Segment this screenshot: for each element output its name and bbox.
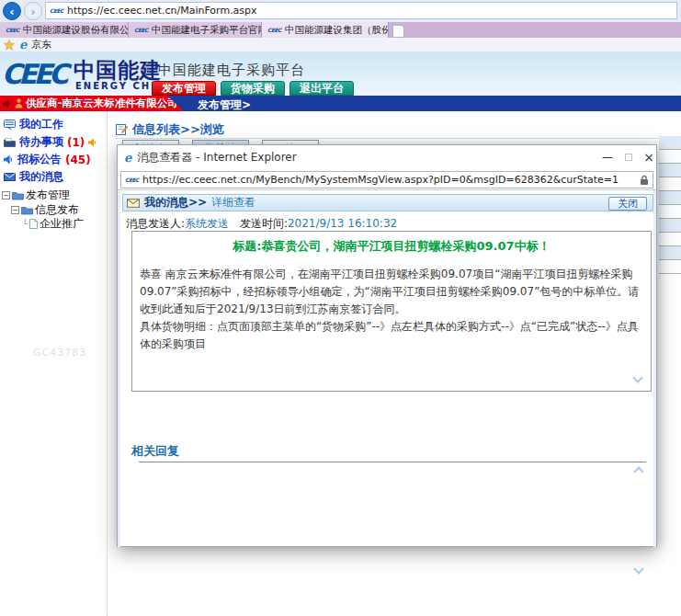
platform-title: 中国能建电子采购平台	[158, 62, 305, 79]
ceec-favicon: CEEC	[125, 177, 139, 183]
monitor-icon	[4, 120, 16, 130]
message-paragraph-1: 恭喜 南京云来标准件有限公司，在湖南平江项目扭剪螺栓采购09.07项目“湖南平江…	[140, 266, 641, 318]
section-header: 信息列表>>浏览	[116, 120, 676, 139]
browser-tab-3-active[interactable]: CEEC 中国能源建设集团（股份）... ×	[262, 22, 389, 38]
site-header: CEEC 中国能建 ENERGY CHINA 中国能建电子采购平台 发布管理 货…	[0, 52, 681, 96]
reply-divider	[139, 462, 646, 462]
popup-window-title: 消息查看器 - Internet Explorer	[137, 150, 296, 165]
tree-branch-line: └	[22, 219, 28, 229]
ie-icon: e	[124, 151, 131, 165]
sidebar-item-bid-notice[interactable]: 招标公告(45)	[4, 152, 91, 167]
person-icon	[15, 98, 23, 108]
lock-icon	[640, 175, 649, 186]
speaker-icon	[3, 99, 12, 108]
screen: ‹ › CEEC https://ec.ceec.net.cn/MainForm…	[0, 0, 681, 616]
chevron-up-icon[interactable]	[633, 466, 643, 476]
sender-value: 系统发送	[185, 217, 229, 230]
watermark-text: GC43783	[33, 347, 86, 359]
maximize-button[interactable]	[622, 151, 635, 164]
message-viewer-window: e 消息查看器 - Internet Explorer — × CEEC htt…	[117, 144, 657, 547]
bid-notice-count: (45)	[65, 154, 91, 166]
message-box: 标题:恭喜贵公司，湖南平江项目扭剪螺栓采购09.07中标！ 恭喜 南京云来标准件…	[131, 231, 652, 392]
tree-node-label: 发布管理	[26, 188, 70, 203]
page-icon	[29, 219, 38, 229]
nav-tab-publish[interactable]: 发布管理	[152, 81, 216, 96]
breadcrumb-bar: 供应商-南京云来标准件有限公司 发布管理>	[0, 96, 681, 111]
tree-expand-icon[interactable]: −	[11, 206, 19, 214]
speaker-icon	[88, 138, 97, 147]
envelope-icon	[127, 199, 140, 208]
folder-tasks-icon	[4, 138, 16, 147]
browser-tab-label: 中国能源建设集团（股份）...	[285, 24, 389, 37]
sidebar-item-my-messages[interactable]: 我的消息	[4, 169, 63, 185]
ceec-favicon: CEEC	[267, 27, 281, 33]
supplier-name: 供应商-南京云来标准件有限公司	[26, 97, 178, 110]
browser-tab-1[interactable]: CEEC 中国能源建设股份有限公司	[0, 22, 129, 38]
ceec-logo: CEEC	[2, 58, 65, 90]
favorites-star-icon[interactable]	[4, 40, 15, 51]
nav-tab-exit[interactable]: 退出平台	[289, 81, 354, 96]
minimize-button[interactable]: —	[601, 151, 614, 164]
main-nav-tabs: 发布管理 货物采购 退出平台	[152, 81, 354, 96]
message-header-strip: 我的消息>> 详细查看 关闭	[122, 194, 653, 211]
speaker-icon	[4, 154, 14, 165]
tree-node-publish[interactable]: − 发布管理	[2, 188, 70, 203]
popup-address-bar[interactable]: CEEC https://ec.ceec.net.cn/MyBench/MySy…	[120, 171, 653, 188]
list-edit-icon	[116, 123, 128, 135]
reply-section-title: 相关回复	[131, 443, 179, 460]
popup-breadcrumb-left: 我的消息>>	[144, 195, 207, 211]
close-window-button[interactable]: ×	[642, 151, 655, 164]
chevron-down-icon[interactable]	[632, 372, 642, 382]
browser-tab-label: 中国能建电子采购平台官网	[152, 24, 262, 37]
popup-breadcrumb-right: 详细查看	[211, 195, 255, 211]
envelope-icon	[4, 173, 16, 181]
time-value: 2021/9/13 16:10:32	[288, 217, 397, 230]
bookmarks-bar: e 京东	[0, 38, 681, 52]
tree-expand-icon[interactable]: −	[2, 191, 10, 200]
popup-content: 我的消息>> 详细查看 关闭 消息发送人:系统发送 发送时间:2021/9/13…	[118, 190, 656, 547]
popup-address-row: CEEC https://ec.ceec.net.cn/MyBench/MySy…	[118, 170, 656, 190]
tree-node-enterprise-promo[interactable]: └ 企业推广	[22, 216, 84, 232]
folder-icon	[12, 191, 24, 200]
sidebar: 我的工作 待办事项(1) 招标公告(45) 我的消息 −	[0, 111, 108, 616]
back-button[interactable]: ‹	[3, 2, 21, 20]
folder-icon	[21, 206, 33, 215]
breadcrumb-text: 发布管理>	[198, 97, 251, 113]
sidebar-item-my-work[interactable]: 我的工作	[4, 117, 63, 132]
browser-tab-strip: CEEC 中国能源建设股份有限公司 CEEC 中国能建电子采购平台官网 CEEC…	[0, 22, 681, 38]
background-table-rows	[659, 136, 681, 274]
sender-label: 消息发送人:	[126, 217, 185, 230]
todo-count: (1)	[67, 136, 85, 149]
ceec-favicon: CEEC	[134, 27, 148, 33]
ie-icon: e	[19, 38, 27, 51]
sidebar-item-todo[interactable]: 待办事项(1)	[4, 134, 97, 150]
sender-row: 消息发送人:系统发送 发送时间:2021/9/13 16:10:32	[126, 216, 397, 232]
supplier-banner: 供应商-南京云来标准件有限公司	[0, 96, 184, 111]
new-tab-button[interactable]	[392, 25, 404, 38]
browser-tab-label: 中国能源建设股份有限公司	[23, 24, 129, 37]
message-paragraph-2: 具体货物明细：点页面顶部主菜单的“货物采购”--》点左栏具体的采购方式--》点“…	[140, 318, 641, 353]
sidebar-item-label: 我的工作	[19, 117, 63, 132]
address-bar[interactable]: CEEC https://ec.ceec.net.cn/MainForm.asp…	[45, 2, 677, 19]
browser-top-bar: ‹ › CEEC https://ec.ceec.net.cn/MainForm…	[0, 0, 681, 22]
message-body: 恭喜 南京云来标准件有限公司，在湖南平江项目扭剪螺栓采购09.07项目“湖南平江…	[132, 255, 651, 353]
sidebar-item-label: 我的消息	[19, 169, 63, 185]
popup-url: https://ec.ceec.net.cn/MyBench/MySystemM…	[142, 174, 636, 186]
message-title: 标题:恭喜贵公司，湖南平江项目扭剪螺栓采购09.07中标！	[132, 238, 651, 255]
ceec-favicon: CEEC	[6, 27, 19, 33]
section-title: 信息列表>>浏览	[132, 121, 224, 138]
sidebar-item-label: 招标公告	[17, 152, 62, 167]
sidebar-item-label: 待办事项	[19, 134, 63, 150]
ceec-favicon: CEEC	[50, 7, 63, 14]
chevron-down-icon[interactable]	[633, 564, 643, 574]
bookmark-jd[interactable]: 京东	[31, 38, 51, 51]
popup-title-bar[interactable]: e 消息查看器 - Internet Explorer	[118, 145, 656, 170]
time-label: 发送时间:	[240, 217, 288, 230]
close-button[interactable]: 关闭	[608, 197, 647, 211]
address-url: https://ec.ceec.net.cn/MainForm.aspx	[67, 5, 257, 17]
browser-tab-2[interactable]: CEEC 中国能建电子采购平台官网	[129, 22, 262, 38]
nav-tab-goods[interactable]: 货物采购	[221, 81, 285, 96]
forward-button[interactable]: ›	[24, 2, 42, 20]
tree-node-label: 企业推广	[40, 216, 84, 232]
